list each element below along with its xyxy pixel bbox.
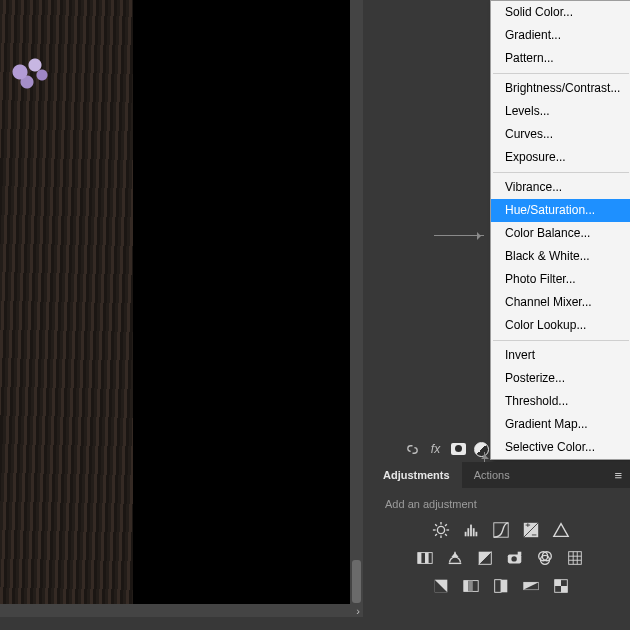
svg-rect-39 [495, 580, 501, 593]
svg-rect-44 [561, 586, 567, 592]
svg-rect-43 [555, 580, 561, 586]
menu-item-pattern[interactable]: Pattern... [491, 47, 630, 70]
menu-item-selective-color[interactable]: Selective Color... [491, 436, 630, 459]
menu-item-hue-saturation[interactable]: Hue/Saturation... [491, 199, 630, 222]
posterize-icon[interactable] [461, 577, 481, 595]
svg-rect-11 [470, 525, 472, 537]
vibrance-icon[interactable] [551, 521, 571, 539]
svg-point-0 [437, 526, 444, 533]
adjustment-icon-row-1 [371, 516, 630, 544]
threshold-icon[interactable] [491, 577, 511, 595]
pointer-arrow-icon [434, 235, 484, 236]
panel-tabs: Adjustments Actions ≡ [371, 462, 630, 488]
vertical-scrollbar[interactable] [350, 0, 363, 604]
svg-rect-18 [532, 535, 537, 536]
tab-adjustments[interactable]: Adjustments [371, 462, 462, 488]
fx-icon[interactable]: fx [428, 442, 443, 457]
svg-rect-37 [468, 581, 473, 592]
menu-item-vibrance[interactable]: Vibrance... [491, 176, 630, 199]
svg-rect-25 [518, 552, 522, 556]
black-white-icon[interactable] [475, 549, 495, 567]
svg-line-6 [445, 534, 447, 536]
brightness-contrast-icon[interactable] [431, 521, 451, 539]
canvas-fill [133, 0, 350, 604]
menu-item-photo-filter[interactable]: Photo Filter... [491, 268, 630, 291]
canvas-area[interactable] [0, 0, 350, 604]
adjustment-layer-menu[interactable]: Solid Color...Gradient...Pattern...Brigh… [490, 0, 630, 460]
menu-item-exposure[interactable]: Exposure... [491, 146, 630, 169]
exposure-icon[interactable] [521, 521, 541, 539]
link-layers-icon[interactable] [405, 442, 420, 457]
svg-point-24 [511, 556, 516, 561]
menu-item-solid-color[interactable]: Solid Color... [491, 1, 630, 24]
tab-actions[interactable]: Actions [462, 462, 522, 488]
scroll-thumb[interactable] [352, 560, 361, 603]
panel-menu-icon[interactable]: ≡ [614, 468, 622, 483]
menu-item-color-balance[interactable]: Color Balance... [491, 222, 630, 245]
adjustment-icon-row-3 [371, 572, 630, 600]
horizontal-scrollbar[interactable]: › [0, 604, 363, 617]
menu-item-color-lookup[interactable]: Color Lookup... [491, 314, 630, 337]
menu-item-brightness-contrast[interactable]: Brightness/Contrast... [491, 77, 630, 100]
svg-rect-29 [569, 552, 582, 565]
color-balance-icon[interactable] [445, 549, 465, 567]
menu-item-curves[interactable]: Curves... [491, 123, 630, 146]
invert-icon[interactable] [431, 577, 451, 595]
svg-rect-36 [464, 581, 469, 592]
layer-mask-icon[interactable] [451, 442, 466, 457]
svg-rect-9 [465, 532, 467, 537]
photo-filter-icon[interactable] [505, 549, 525, 567]
menu-item-threshold[interactable]: Threshold... [491, 390, 630, 413]
svg-line-7 [435, 534, 437, 536]
panel-subtitle: Add an adjustment [371, 488, 630, 516]
gradient-map-icon[interactable] [521, 577, 541, 595]
selective-color-icon[interactable] [551, 577, 571, 595]
levels-icon[interactable] [461, 521, 481, 539]
menu-item-levels[interactable]: Levels... [491, 100, 630, 123]
svg-rect-12 [473, 528, 475, 536]
menu-item-gradient-map[interactable]: Gradient Map... [491, 413, 630, 436]
svg-line-8 [445, 524, 447, 526]
adjustment-icon-row-2 [371, 544, 630, 572]
menu-item-black-white[interactable]: Black & White... [491, 245, 630, 268]
hue-saturation-icon[interactable] [415, 549, 435, 567]
color-lookup-icon[interactable] [565, 549, 585, 567]
menu-item-gradient[interactable]: Gradient... [491, 24, 630, 47]
svg-line-5 [435, 524, 437, 526]
menu-item-channel-mixer[interactable]: Channel Mixer... [491, 291, 630, 314]
canvas-image [0, 0, 133, 604]
chevron-right-icon: › [356, 605, 360, 617]
svg-rect-20 [418, 553, 422, 564]
svg-rect-13 [476, 532, 478, 537]
channel-mixer-icon[interactable] [535, 549, 555, 567]
menu-item-invert[interactable]: Invert [491, 344, 630, 367]
svg-rect-10 [467, 528, 469, 536]
svg-rect-21 [425, 553, 429, 564]
svg-rect-17 [527, 523, 528, 527]
curves-icon[interactable] [491, 521, 511, 539]
adjustments-panel: Adjustments Actions ≡ Add an adjustment [371, 462, 630, 600]
menu-item-posterize[interactable]: Posterize... [491, 367, 630, 390]
